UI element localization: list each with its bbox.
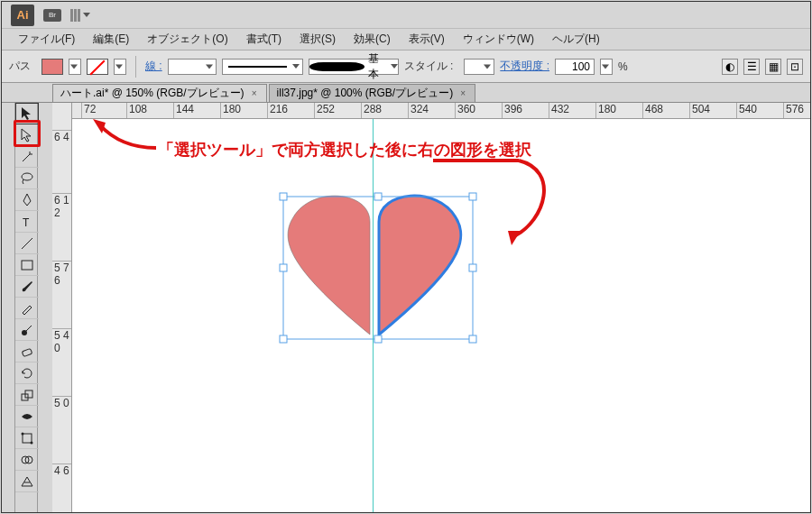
selection-handle[interactable] xyxy=(469,264,476,271)
menu-window[interactable]: ウィンドウ(W) xyxy=(456,29,541,50)
ruler-h-tick: 540 xyxy=(736,103,757,118)
width-tool[interactable] xyxy=(15,406,39,427)
free-transform-tool[interactable] xyxy=(15,427,39,449)
ruler-h-tick: 216 xyxy=(267,103,288,118)
ruler-v-tick: 5 0 xyxy=(52,396,71,409)
selection-handle[interactable] xyxy=(469,335,476,343)
selection-handle[interactable] xyxy=(280,264,287,271)
ruler-h-tick: 252 xyxy=(314,103,335,118)
fill-swatch[interactable] xyxy=(42,59,63,75)
ruler-h-tick: 468 xyxy=(642,103,663,118)
menu-view[interactable]: 表示(V) xyxy=(401,29,452,50)
eraser-tool[interactable] xyxy=(15,341,39,363)
ruler-h-tick: 108 xyxy=(126,103,147,118)
svg-point-0 xyxy=(22,173,32,180)
align-icon[interactable]: ☰ xyxy=(743,59,760,75)
transform-icon[interactable]: ▦ xyxy=(765,59,781,75)
stroke-profile-dropdown[interactable]: 基本 xyxy=(309,59,399,75)
menu-object[interactable]: オブジェクト(O) xyxy=(140,29,235,50)
vertical-ruler[interactable]: 6 4 6 1 2 5 7 6 5 4 0 5 0 4 6 xyxy=(52,103,72,512)
menu-edit[interactable]: 編集(E) xyxy=(86,29,136,50)
stroke-swatch-dropdown[interactable] xyxy=(114,59,126,75)
menu-effect[interactable]: 効果(C) xyxy=(346,29,398,50)
ruler-h-tick: 360 xyxy=(455,103,475,118)
ruler-h-tick: 72 xyxy=(81,103,96,118)
svg-rect-3 xyxy=(22,261,32,270)
stroke-swatch[interactable] xyxy=(87,59,108,75)
blob-brush-tool[interactable] xyxy=(15,319,39,341)
menu-type[interactable]: 書式(T) xyxy=(239,29,289,50)
direct-selection-tool[interactable] xyxy=(15,124,39,146)
tab-ill37-doc[interactable]: ill37.jpg* @ 100% (RGB/プレビュー) × xyxy=(269,84,476,102)
type-tool[interactable]: T xyxy=(15,211,39,233)
ruler-h-tick: 180 xyxy=(595,103,616,118)
lasso-tool[interactable] xyxy=(15,168,39,189)
svg-text:T: T xyxy=(23,216,30,229)
separator xyxy=(135,56,136,78)
close-icon[interactable]: × xyxy=(250,89,259,98)
pen-tool[interactable] xyxy=(15,189,39,211)
line-tool[interactable] xyxy=(15,233,39,254)
rectangle-tool[interactable] xyxy=(15,254,39,276)
style-label: スタイル : xyxy=(404,59,454,74)
svg-rect-8 xyxy=(23,434,32,443)
ruler-v-tick: 5 7 6 xyxy=(52,261,71,287)
selection-handle[interactable] xyxy=(280,335,287,343)
canvas-area[interactable]: 72 108 144 180 216 252 288 324 360 396 4… xyxy=(72,103,810,512)
close-icon[interactable]: × xyxy=(458,89,467,98)
horizontal-ruler[interactable]: 72 108 144 180 216 252 288 324 360 396 4… xyxy=(72,103,810,119)
menu-file[interactable]: ファイル(F) xyxy=(11,29,82,50)
svg-rect-5 xyxy=(22,348,32,356)
ruler-h-tick: 504 xyxy=(689,103,710,118)
percent-label: % xyxy=(618,60,628,73)
opacity-input[interactable] xyxy=(555,59,595,75)
stroke-panel-link[interactable]: 線 : xyxy=(145,59,162,74)
opacity-panel-link[interactable]: 不透明度 : xyxy=(500,59,549,74)
workspace: T 6 4 6 1 2 5 7 6 5 4 0 5 0 4 6 xyxy=(2,103,810,512)
selection-handle[interactable] xyxy=(280,193,287,200)
tab-heart-doc[interactable]: ハート.ai* @ 150% (RGB/プレビュー) × xyxy=(52,84,267,102)
heart-right-shape[interactable] xyxy=(379,196,461,335)
layout-switcher-icon[interactable] xyxy=(70,7,90,23)
stroke-dash-dropdown[interactable] xyxy=(222,59,303,75)
heart-left-shape[interactable] xyxy=(288,196,370,335)
rotate-tool[interactable] xyxy=(15,363,39,384)
heart-selection-group[interactable] xyxy=(271,186,505,348)
ruler-v-tick: 5 4 0 xyxy=(52,328,71,354)
bridge-badge[interactable]: Br xyxy=(43,9,61,22)
document-tabs: ハート.ai* @ 150% (RGB/プレビュー) × ill37.jpg* … xyxy=(2,83,810,103)
graphic-style-dropdown[interactable] xyxy=(464,59,494,75)
title-bar: Ai Br xyxy=(2,2,810,29)
shape-builder-tool[interactable] xyxy=(15,449,39,471)
selection-handle[interactable] xyxy=(374,193,382,200)
vertical-guide[interactable] xyxy=(373,119,374,512)
menu-help[interactable]: ヘルプ(H) xyxy=(545,29,607,50)
selection-handle[interactable] xyxy=(374,335,382,343)
perspective-tool[interactable] xyxy=(15,471,39,492)
pencil-tool[interactable] xyxy=(15,298,39,319)
ruler-h-tick: 396 xyxy=(502,103,522,118)
selection-handle[interactable] xyxy=(469,193,476,200)
menu-select[interactable]: 選択(S) xyxy=(292,29,343,50)
ruler-h-tick: 432 xyxy=(549,103,569,118)
paintbrush-tool[interactable] xyxy=(15,276,39,298)
tab-label: ill37.jpg* @ 100% (RGB/プレビュー) xyxy=(277,86,454,101)
fill-swatch-dropdown[interactable] xyxy=(69,59,81,75)
isolate-icon[interactable]: ⊡ xyxy=(787,59,803,75)
scale-tool[interactable] xyxy=(15,384,39,406)
ruler-v-tick: 6 1 2 xyxy=(52,193,71,219)
selection-tool[interactable] xyxy=(15,103,39,124)
toolbox: T xyxy=(14,103,38,512)
ruler-h-tick: 288 xyxy=(361,103,382,118)
ruler-h-tick: 324 xyxy=(408,103,429,118)
ruler-v-tick: 4 6 xyxy=(52,464,71,477)
ruler-h-tick: 576 xyxy=(783,103,804,118)
ruler-v-tick: 6 4 xyxy=(52,130,71,143)
app-logo: Ai xyxy=(11,5,34,26)
svg-point-10 xyxy=(31,441,33,444)
recolor-icon[interactable]: ◐ xyxy=(722,59,738,75)
opacity-dropdown[interactable] xyxy=(600,59,613,75)
stroke-weight-dropdown[interactable] xyxy=(168,59,217,75)
tab-label: ハート.ai* @ 150% (RGB/プレビュー) xyxy=(60,86,245,101)
magic-wand-tool[interactable] xyxy=(15,146,39,168)
